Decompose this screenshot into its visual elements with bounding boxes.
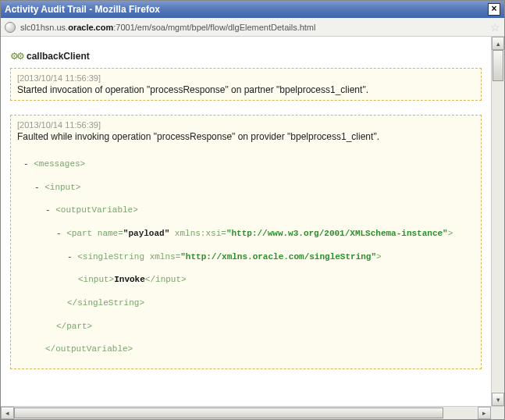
audit-box-started: [2013/10/14 11:56:39] Started invocation… — [10, 68, 482, 101]
xml-tag: > — [376, 252, 382, 262]
scroll-track[interactable] — [14, 407, 478, 419]
url-host-prefix: slc01hsn.us. — [20, 23, 68, 32]
xml-attr: name= — [98, 229, 123, 238]
xml-tag: <input> — [44, 183, 80, 192]
expand-toggle[interactable]: - — [45, 205, 55, 215]
xml-tag: </input> — [34, 368, 76, 369]
url-host-bold: oracle.com — [68, 23, 113, 32]
xml-payload: - <messages> - <input> - <outputVariable… — [17, 147, 475, 369]
scroll-left-icon[interactable]: ◂ — [1, 407, 14, 419]
xml-attr-val: "payload" — [123, 229, 169, 238]
xml-tag: <outputVariable> — [55, 205, 138, 215]
expand-toggle[interactable]: - — [23, 159, 34, 169]
xml-attr: xmlns= — [150, 252, 181, 262]
audit-box-faulted: [2013/10/14 11:56:39] Faulted while invo… — [10, 115, 482, 369]
globe-icon — [5, 22, 16, 33]
xml-tag: </part> — [56, 322, 92, 331]
vertical-scrollbar[interactable]: ▴ ▾ — [491, 37, 504, 406]
scroll-down-icon[interactable]: ▾ — [492, 393, 504, 406]
audit-message: Started invocation of operation "process… — [17, 84, 475, 95]
xml-tag: </outputVariable> — [45, 344, 133, 354]
xml-attr: xmlns:xsi= — [169, 229, 226, 238]
section-header: ⚙⚙ callbackClient — [10, 51, 485, 62]
timestamp: [2013/10/14 11:56:39] — [17, 120, 475, 130]
window-titlebar: Activity Audit Trail - Mozilla Firefox × — [1, 1, 504, 18]
gears-icon: ⚙⚙ — [10, 51, 23, 62]
scroll-corner — [491, 407, 504, 419]
xml-tag: </input> — [145, 275, 187, 284]
xml-tag: <input> — [78, 275, 114, 284]
address-bar: slc01hsn.us.oracle.com:7001/em/soa/mgmt/… — [1, 18, 504, 37]
scroll-up-icon[interactable]: ▴ — [492, 37, 504, 50]
xml-tag: > — [448, 229, 453, 238]
expand-toggle[interactable]: - — [67, 252, 77, 262]
xml-tag: <messages> — [34, 159, 85, 169]
scroll-right-icon[interactable]: ▸ — [478, 407, 491, 419]
window-title: Activity Audit Trail - Mozilla Firefox — [5, 4, 160, 15]
scroll-thumb[interactable] — [14, 408, 443, 418]
bookmark-star-icon[interactable]: ☆ — [490, 21, 500, 34]
audit-message: Faulted while invoking operation "proces… — [17, 131, 475, 142]
url-field[interactable]: slc01hsn.us.oracle.com:7001/em/soa/mgmt/… — [20, 23, 485, 32]
xml-tag: <singleString — [77, 252, 149, 262]
close-icon[interactable]: × — [488, 3, 500, 16]
xml-attr-val: "http://xmlns.oracle.com/singleString" — [180, 252, 376, 262]
xml-text: Invoke — [114, 275, 145, 284]
expand-toggle[interactable]: - — [56, 229, 66, 238]
scroll-thumb[interactable] — [493, 50, 503, 81]
timestamp: [2013/10/14 11:56:39] — [17, 73, 475, 83]
xml-attr-val: "http://www.w3.org/2001/XMLSchema-instan… — [226, 229, 448, 238]
xml-tag: <part — [66, 229, 98, 238]
expand-toggle[interactable]: - — [34, 183, 44, 192]
scroll-track[interactable] — [492, 50, 504, 393]
section-title: callbackClient — [27, 51, 90, 62]
url-path: :7001/em/soa/mgmt/bpel/flow/dlgElementDe… — [113, 23, 315, 32]
page-content: ⚙⚙ callbackClient [2013/10/14 11:56:39] … — [1, 37, 491, 406]
xml-tag: </singleString> — [67, 298, 144, 308]
horizontal-scrollbar[interactable]: ◂ ▸ — [1, 406, 504, 419]
